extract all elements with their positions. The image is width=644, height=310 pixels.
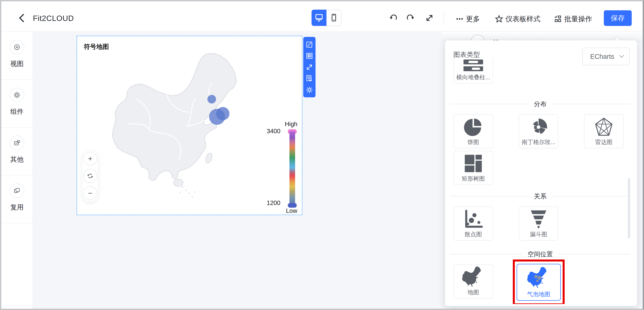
batch-check-grid-icon [554, 15, 562, 23]
legend-high-label: High [285, 120, 298, 128]
undo-icon[interactable] [388, 14, 397, 22]
scatter-icon [461, 208, 486, 230]
section-spatial: 空间位置 [450, 250, 630, 258]
legend-min-value: 1200 [267, 200, 280, 206]
dashboard-title: Fit2CLOUD [33, 14, 74, 23]
map-reset-button[interactable] [83, 169, 97, 183]
map-bubbles [200, 87, 236, 130]
table-icon[interactable] [306, 52, 313, 60]
chart-type-panel: 图表类型 ECharts [445, 40, 637, 306]
widget-title: 符号地图 [84, 42, 109, 51]
tile-bubble-map[interactable]: 气泡地图 [517, 264, 561, 301]
batch-operation-button[interactable]: 批量操作 [554, 14, 592, 24]
tile-treemap[interactable]: 矩形树图 [454, 151, 493, 185]
tile-map[interactable]: 地图 [454, 264, 493, 298]
bubble-map-icon [526, 266, 551, 290]
widget-toolbar [303, 37, 316, 97]
copy-icon [10, 184, 24, 198]
gear-icon [10, 88, 24, 102]
toolbar-divider [444, 12, 444, 24]
mobile-view-button[interactable] [326, 10, 342, 26]
tile-radar[interactable]: 雷达图 [584, 114, 624, 148]
section-relation: 关系 [450, 192, 630, 200]
tile-funnel[interactable]: 漏斗图 [519, 206, 558, 240]
device-toggle [312, 10, 342, 26]
zoom-out-button[interactable]: − [83, 186, 97, 200]
dashboard-style-label: 仪表板样式 [506, 14, 540, 24]
resize-icon[interactable] [306, 63, 313, 71]
legend-gradient-bar [290, 132, 295, 204]
tile-pie[interactable]: 饼图 [454, 114, 493, 148]
tile-rose[interactable]: 南丁格尔玫... [519, 114, 558, 148]
symbol-map-widget[interactable]: 符号地图 [76, 36, 302, 215]
chart-type-list: 横向堆叠柱... 分布 饼图 [447, 58, 633, 304]
map-zoom-controls: + − [82, 150, 98, 202]
sidebar-item-other[interactable]: 其他 [1, 128, 32, 176]
section-distribution: 分布 [450, 100, 630, 108]
china-map-icon [461, 266, 486, 288]
fullscreen-icon[interactable] [425, 14, 434, 22]
more-menu[interactable]: ⋯ 更多 [456, 14, 480, 24]
legend-bottom-cap [288, 203, 297, 208]
left-sidebar: 视图 组件 [1, 32, 33, 309]
redo-icon[interactable] [406, 14, 415, 22]
save-button[interactable]: 保存 [604, 10, 632, 26]
phone-icon [330, 13, 338, 22]
pie-icon [461, 116, 486, 138]
sidebar-item-component[interactable]: 组件 [1, 80, 32, 128]
treemap-icon [461, 152, 486, 175]
ellipsis-icon: ⋯ [456, 16, 464, 22]
monitor-icon [314, 13, 324, 22]
radar-icon [591, 116, 616, 138]
legend-low-label: Low [286, 207, 297, 214]
view-data-icon[interactable] [306, 74, 313, 82]
tile-h-stacked-bar[interactable]: 横向堆叠柱... [454, 58, 493, 84]
legend-max-value: 3400 [267, 128, 280, 135]
top-toolbar: Fit2CLOUD [1, 1, 643, 32]
dashboard-style-button[interactable]: 仪表板样式 [495, 14, 540, 24]
batch-operation-label: 批量操作 [564, 14, 592, 24]
rose-icon [526, 116, 551, 138]
panel-scrollbar[interactable] [628, 178, 630, 238]
tile-scatter[interactable]: 散点图 [454, 206, 493, 240]
sidebar-item-view[interactable]: 视图 [1, 32, 32, 80]
chart-type-header: 图表类型 [453, 50, 480, 59]
zoom-in-button[interactable]: + [83, 152, 97, 166]
funnel-icon [526, 208, 551, 230]
back-button[interactable] [18, 13, 27, 22]
widget-icon [10, 136, 24, 150]
refresh-icon [87, 172, 94, 179]
china-map [106, 46, 267, 204]
star-icon [495, 15, 503, 23]
circle-plus-icon [10, 40, 24, 54]
h-stacked-bar-icon [461, 58, 486, 74]
settings-gear-icon[interactable] [306, 86, 313, 94]
highlight-box: 气泡地图 [513, 260, 564, 304]
sidebar-item-reuse[interactable]: 复用 [1, 176, 32, 223]
edit-icon[interactable] [306, 40, 313, 48]
more-label: 更多 [466, 14, 480, 24]
app-window: Fit2CLOUD [0, 0, 644, 310]
desktop-view-button[interactable] [312, 10, 326, 26]
